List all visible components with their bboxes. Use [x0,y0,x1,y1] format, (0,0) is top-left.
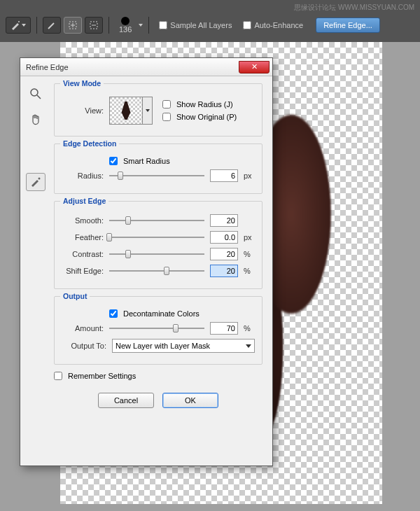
output-to-label: Output To: [62,342,106,350]
magnifier-icon [29,88,42,100]
divider [36,17,37,34]
output-to-value: New Layer with Layer Mask [115,342,210,350]
dialog-titlebar[interactable]: Refine Edge ✕ [20,58,272,76]
feather-label: Feather: [62,233,104,241]
amount-slider[interactable] [109,323,204,333]
remember-settings-checkbox[interactable]: Remember Settings [54,372,262,380]
view-mode-dropdown[interactable] [143,97,153,125]
divider [108,17,109,34]
smooth-slider[interactable] [109,216,204,225]
refine-edge-dialog: Refine Edge ✕ View Mode View: Show Radiu… [20,57,273,466]
brush-icon [29,176,42,188]
refine-edge-button[interactable]: Refine Edge... [316,18,380,33]
chevron-down-icon [146,109,150,112]
group-legend: Adjust Edge [60,197,108,205]
feather-slider[interactable] [109,232,204,242]
view-mode-group: View Mode View: Show Radius (J) Show Ori… [54,83,262,136]
group-legend: Edge Detection [60,139,119,148]
brush-size-value: 136 [119,25,132,34]
edge-detection-group: Edge Detection Smart Radius Radius: px [54,144,262,194]
divider [148,17,149,34]
hand-tool[interactable] [26,110,46,128]
feather-input[interactable] [210,231,238,244]
output-group: Output Decontaminate Colors Amount: % Ou… [54,296,262,365]
svg-point-4 [38,178,41,180]
svg-point-3 [31,89,38,96]
svg-point-0 [18,21,20,22]
close-icon: ✕ [251,63,258,71]
shift-edge-slider[interactable] [109,266,204,276]
contrast-label: Contrast: [62,250,104,258]
contrast-input[interactable] [210,248,238,260]
smooth-label: Smooth: [62,216,104,225]
smooth-input[interactable] [210,214,238,227]
mode-new-selection[interactable] [43,17,61,34]
mode-add-selection[interactable] [64,17,82,34]
radius-slider[interactable] [109,171,204,181]
group-legend: View Mode [60,79,104,88]
decontaminate-checkbox[interactable]: Decontaminate Colors [109,309,255,318]
options-bar: 思缘设计论坛 WWW.MISSYUAN.COM 136 Sample All L… [0,0,420,42]
sample-all-layers-checkbox[interactable]: Sample All Layers [159,21,232,29]
feather-unit: px [244,233,255,241]
output-to-select[interactable]: New Layer with Layer Mask [112,339,255,353]
amount-label: Amount: [62,324,104,332]
view-mode-thumbnail[interactable] [109,97,143,125]
radius-label: Radius: [62,172,104,180]
tool-preset-dropdown[interactable] [6,17,31,34]
shift-edge-label: Shift Edge: [62,267,104,275]
dialog-title: Refine Edge [26,63,239,71]
amount-input[interactable] [210,322,238,335]
show-radius-checkbox[interactable]: Show Radius (J) [162,100,237,108]
contrast-unit: % [244,250,255,258]
view-label: View: [62,106,104,115]
dialog-content: View Mode View: Show Radius (J) Show Ori… [51,76,272,465]
brush-size-picker[interactable]: 136 [119,17,132,34]
contrast-slider[interactable] [109,249,204,259]
wand-icon [10,20,20,30]
mode-subtract-selection[interactable] [85,17,103,34]
group-legend: Output [60,292,90,300]
refine-radius-tool[interactable] [26,173,46,191]
chevron-down-icon [22,24,26,27]
radius-unit: px [244,172,255,180]
chevron-down-icon [246,344,251,348]
auto-enhance-checkbox[interactable]: Auto-Enhance [243,21,303,29]
dialog-tool-column [20,76,51,465]
shift-edge-unit: % [244,267,255,275]
smart-radius-checkbox[interactable]: Smart Radius [109,157,255,165]
chevron-down-icon[interactable] [139,24,143,27]
ok-button[interactable]: OK [162,393,218,408]
show-original-checkbox[interactable]: Show Original (P) [162,113,237,121]
cancel-button[interactable]: Cancel [98,393,154,408]
brush-dot-icon [121,17,130,25]
hand-icon [29,113,42,125]
radius-input[interactable] [210,169,238,182]
watermark-text: 思缘设计论坛 WWW.MISSYUAN.COM [294,3,414,13]
adjust-edge-group: Adjust Edge Smooth: Feather: px Contrast… [54,201,262,289]
zoom-tool[interactable] [26,85,46,103]
shift-edge-input[interactable] [210,265,238,277]
amount-unit: % [244,324,255,332]
close-button[interactable]: ✕ [239,61,270,74]
